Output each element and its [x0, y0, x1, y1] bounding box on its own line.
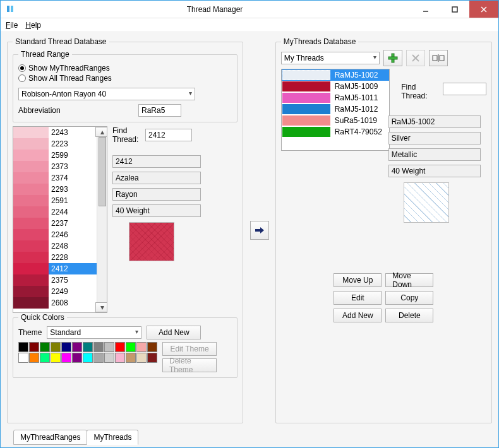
- rename-icon-button[interactable]: [429, 50, 448, 66]
- thread-range-combo[interactable]: Robison-Anton Rayon 40: [18, 88, 195, 100]
- list-item[interactable]: 2237: [13, 218, 107, 229]
- list-item[interactable]: 2249: [13, 286, 107, 297]
- swatch: [282, 93, 330, 103]
- detail-weight: 40 Weight: [112, 204, 201, 217]
- palette-color[interactable]: [83, 353, 93, 363]
- menu-file[interactable]: File: [6, 21, 18, 30]
- close-button[interactable]: [469, 1, 498, 18]
- palette-color[interactable]: [104, 353, 114, 363]
- delete-button[interactable]: Delete: [385, 309, 433, 322]
- svg-rect-0: [7, 6, 9, 12]
- list-item[interactable]: 2244: [13, 206, 107, 218]
- thread-list[interactable]: 2243222325992373237422932591224422372246…: [13, 126, 107, 313]
- radio-show-my-ranges[interactable]: Show MyThreadRanges: [18, 64, 232, 73]
- palette-color[interactable]: [93, 353, 104, 363]
- palette-color[interactable]: [18, 353, 28, 363]
- list-item[interactable]: 2243: [13, 127, 107, 138]
- list-item[interactable]: RaMJ5-1009: [282, 81, 390, 92]
- mythreads-combo[interactable]: My Threads: [281, 52, 380, 64]
- palette-color[interactable]: [115, 353, 125, 363]
- list-item[interactable]: 2608: [13, 297, 107, 309]
- list-item[interactable]: 2293: [13, 184, 107, 195]
- radio-icon: [18, 74, 26, 82]
- move-down-button[interactable]: Move Down: [385, 273, 433, 287]
- list-item[interactable]: RaMJ5-1012: [282, 103, 390, 115]
- find-thread-input[interactable]: 2412: [145, 129, 192, 141]
- radio-label: Show MyThreadRanges: [28, 64, 110, 73]
- maximize-button[interactable]: [440, 1, 469, 18]
- right-detail-name: Silver: [388, 132, 481, 144]
- swatch: [13, 297, 49, 309]
- add-icon-button[interactable]: [383, 50, 402, 66]
- theme-combo[interactable]: Standard: [47, 326, 141, 339]
- scroll-thumb[interactable]: [99, 137, 106, 206]
- edit-button[interactable]: Edit: [334, 291, 382, 305]
- list-item[interactable]: 2599: [13, 150, 107, 161]
- palette-color[interactable]: [104, 342, 114, 352]
- list-item[interactable]: 2374: [13, 172, 107, 184]
- list-item[interactable]: SuRa5-1019: [282, 115, 390, 126]
- scrollbar[interactable]: ▴ ▾: [97, 127, 107, 312]
- palette-color[interactable]: [83, 342, 93, 352]
- thread-range-legend: Thread Range: [18, 50, 72, 59]
- tab-mythreads[interactable]: MyThreads: [87, 430, 138, 445]
- find-thread-input-right[interactable]: [443, 83, 486, 95]
- palette-color[interactable]: [147, 342, 157, 352]
- scroll-up-icon[interactable]: ▴: [95, 127, 108, 137]
- palette-color[interactable]: [40, 342, 50, 352]
- delete-icon-button[interactable]: [406, 50, 425, 66]
- list-item[interactable]: 2591: [13, 195, 107, 206]
- palette-color[interactable]: [29, 342, 39, 352]
- palette-color[interactable]: [126, 353, 136, 363]
- palette-color[interactable]: [126, 342, 136, 352]
- transfer-right-button[interactable]: [250, 221, 269, 240]
- svg-rect-10: [433, 56, 437, 61]
- radio-show-all-ranges[interactable]: Show All Thread Ranges: [18, 74, 232, 83]
- color-palette: [18, 342, 157, 363]
- scroll-down-icon[interactable]: ▾: [95, 302, 108, 312]
- delete-theme-button[interactable]: Delete Theme: [162, 358, 217, 372]
- tab-mythreadranges[interactable]: MyThreadRanges: [13, 430, 87, 445]
- copy-button[interactable]: Copy: [385, 291, 433, 305]
- standard-database-legend: Standard Thread Database: [13, 37, 109, 46]
- theme-label: Theme: [18, 328, 42, 337]
- add-new-button[interactable]: Add New: [334, 309, 382, 322]
- palette-color[interactable]: [115, 342, 125, 352]
- palette-color[interactable]: [29, 353, 39, 363]
- add-new-theme-button[interactable]: Add New: [147, 326, 201, 339]
- palette-color[interactable]: [61, 342, 71, 352]
- move-up-button[interactable]: Move Up: [334, 273, 382, 287]
- list-item[interactable]: 2248: [13, 240, 107, 252]
- thread-number: 2293: [49, 185, 68, 194]
- list-item[interactable]: 2375: [13, 274, 107, 286]
- window-buttons: [411, 1, 498, 18]
- mythreads-list[interactable]: RaMJ5-1002RaMJ5-1009RaMJ5-1011RaMJ5-1012…: [281, 69, 390, 151]
- list-item[interactable]: RaMJ5-1011: [282, 92, 390, 103]
- minimize-button[interactable]: [411, 1, 440, 18]
- palette-color[interactable]: [61, 353, 71, 363]
- list-item[interactable]: 2228: [13, 252, 107, 263]
- palette-color[interactable]: [136, 342, 147, 352]
- palette-color[interactable]: [93, 342, 104, 352]
- palette-color[interactable]: [147, 353, 157, 363]
- list-item[interactable]: 2412: [13, 263, 107, 274]
- palette-color[interactable]: [51, 353, 61, 363]
- menu-help[interactable]: Help: [25, 21, 41, 30]
- edit-theme-button[interactable]: Edit Theme: [162, 342, 217, 356]
- palette-color[interactable]: [40, 353, 50, 363]
- swatch: [13, 172, 49, 184]
- palette-color[interactable]: [51, 342, 61, 352]
- abbreviation-field[interactable]: RaRa5: [138, 104, 181, 117]
- standard-database-group: Standard Thread Database Thread Range Sh…: [7, 37, 243, 423]
- palette-color[interactable]: [72, 342, 82, 352]
- quick-colors-legend: Quick Colors: [18, 313, 67, 322]
- thread-number: 2243: [49, 128, 68, 137]
- palette-color[interactable]: [72, 353, 82, 363]
- list-item[interactable]: 2223: [13, 138, 107, 150]
- palette-color[interactable]: [136, 353, 147, 363]
- list-item[interactable]: RaMJ5-1002: [282, 69, 390, 81]
- list-item[interactable]: 2246: [13, 229, 107, 240]
- list-item[interactable]: RaRT4-79052: [282, 126, 390, 138]
- palette-color[interactable]: [18, 342, 28, 352]
- list-item[interactable]: 2373: [13, 161, 107, 172]
